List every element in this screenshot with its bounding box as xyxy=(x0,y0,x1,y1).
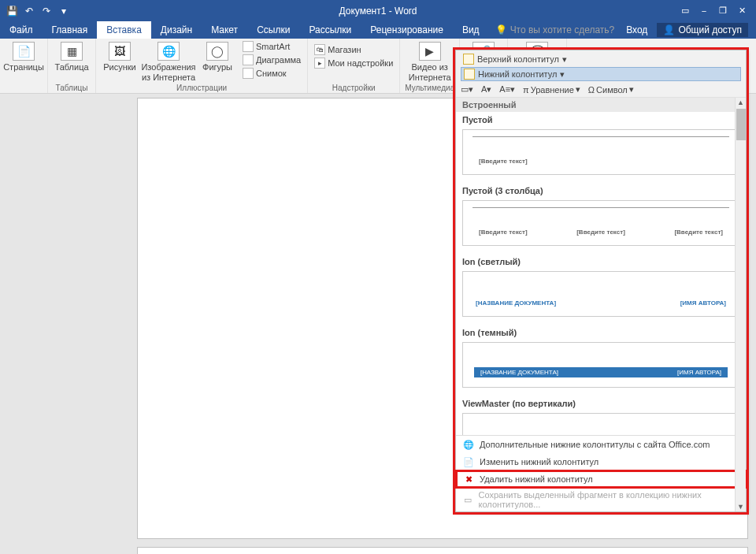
save-selection-icon: ▭ xyxy=(462,493,474,506)
textbox-button[interactable]: ▭▾ xyxy=(461,84,473,95)
online-pictures-button[interactable]: 🌐Изображения из Интернета xyxy=(143,40,194,82)
chart-button[interactable]: Диаграмма xyxy=(241,54,302,66)
dropcap-button[interactable]: A≡▾ xyxy=(499,84,515,95)
gallery-header-builtin: Встроенный xyxy=(456,98,746,112)
online-video-button[interactable]: ▶Видео из Интернета xyxy=(408,40,452,82)
my-addins-button[interactable]: ▸Мои надстройки xyxy=(313,57,395,69)
template-title: Пустой (3 столбца) xyxy=(462,186,739,195)
share-icon: 👤 xyxy=(663,24,675,35)
scroll-down-icon[interactable]: ▼ xyxy=(737,503,744,511)
minimize-icon[interactable]: − xyxy=(698,5,710,17)
remove-footer-button[interactable]: ✖ Удалить нижний колонтитул xyxy=(456,470,746,488)
document-page-next[interactable] xyxy=(137,547,748,554)
tab-file[interactable]: Файл xyxy=(0,21,43,39)
ribbon-options-icon[interactable]: ▭ xyxy=(679,5,691,17)
footer-template-blank[interactable]: Пустой [Введите текст] xyxy=(462,115,739,175)
tab-design[interactable]: Дизайн xyxy=(151,21,202,39)
qat-more-icon[interactable]: ▾ xyxy=(57,4,71,18)
restore-icon[interactable]: ❐ xyxy=(717,5,729,17)
tab-layout[interactable]: Макет xyxy=(202,21,247,39)
ribbon-tabs: Файл Главная Вставка Дизайн Макет Ссылки… xyxy=(0,21,756,39)
tab-home[interactable]: Главная xyxy=(43,21,98,39)
equation-button[interactable]: π Уравнение ▾ xyxy=(523,84,580,95)
group-label-illustrations: Иллюстрации xyxy=(176,83,227,93)
footer-dropdown[interactable]: Нижний колонтитул ▾ xyxy=(461,67,741,81)
lightbulb-icon: 💡 xyxy=(495,24,507,35)
gallery-body: Пустой [Введите текст] Пустой (3 столбца… xyxy=(456,112,746,435)
tab-review[interactable]: Рецензирование xyxy=(361,21,453,39)
tell-me-placeholder: Что вы хотите сделать? xyxy=(510,24,615,35)
pages-button[interactable]: 📄Страницы xyxy=(5,40,43,73)
quick-access-toolbar: 💾 ↶ ↷ ▾ xyxy=(0,4,71,18)
header-icon xyxy=(463,54,474,65)
scroll-thumb[interactable] xyxy=(736,109,746,140)
scroll-up-icon[interactable]: ▲ xyxy=(737,99,744,106)
office-icon: 🌐 xyxy=(462,438,475,451)
tab-references[interactable]: Ссылки xyxy=(247,21,299,39)
share-button[interactable]: 👤 Общий доступ xyxy=(657,23,748,37)
pictures-button[interactable]: 🖼Рисунки xyxy=(101,40,139,73)
save-selection-button: ▭ Сохранить выделенный фрагмент в коллек… xyxy=(456,488,746,511)
tab-view[interactable]: Вид xyxy=(453,21,489,39)
table-button[interactable]: ▦Таблица xyxy=(53,40,91,73)
share-label: Общий доступ xyxy=(678,24,742,35)
footer-gallery-panel: Верхний колонтитул ▾ Нижний колонтитул ▾… xyxy=(455,50,747,512)
screenshot-button[interactable]: Снимок xyxy=(241,67,302,80)
footer-icon xyxy=(464,69,475,80)
template-title: ViewMaster (по вертикали) xyxy=(462,399,739,408)
tab-mailings[interactable]: Рассылки xyxy=(299,21,361,39)
wordart-button[interactable]: A▾ xyxy=(481,84,491,95)
tab-insert[interactable]: Вставка xyxy=(97,21,151,39)
window-title: Документ1 - Word xyxy=(339,6,417,17)
template-title: Ion (светлый) xyxy=(462,257,739,266)
smartart-button[interactable]: SmartArt xyxy=(241,40,302,53)
footer-template-viewmaster[interactable]: ViewMaster (по вертикали) xyxy=(462,399,739,435)
template-title: Пустой xyxy=(462,115,739,125)
shapes-button[interactable]: ◯Фигуры xyxy=(198,40,236,73)
tell-me-search[interactable]: 💡 Что вы хотите сделать? xyxy=(489,21,621,39)
store-button[interactable]: 🛍Магазин xyxy=(313,43,395,56)
template-title: Ion (темный) xyxy=(462,328,739,337)
edit-icon: 📄 xyxy=(462,455,475,468)
remove-icon: ✖ xyxy=(462,473,475,485)
group-label-tables: Таблицы xyxy=(56,83,88,93)
group-label-media: Мультимедиа xyxy=(405,83,454,93)
edit-footer-button[interactable]: 📄 Изменить нижний колонтитул xyxy=(456,453,746,470)
group-label-addins: Надстройки xyxy=(332,83,376,93)
footer-template-ion-dark[interactable]: Ion (темный) [НАЗВАНИЕ ДОКУМЕНТА][ИМЯ АВ… xyxy=(462,328,739,388)
footer-template-ion-light[interactable]: Ion (светлый) [НАЗВАНИЕ ДОКУМЕНТА][ИМЯ А… xyxy=(462,257,739,317)
window-controls: ▭ − ❐ ✕ xyxy=(679,5,756,17)
redo-icon[interactable]: ↷ xyxy=(39,4,54,18)
more-from-office-button[interactable]: 🌐 Дополнительные нижние колонтитулы с са… xyxy=(456,436,746,453)
login-link[interactable]: Вход xyxy=(626,24,647,35)
close-icon[interactable]: ✕ xyxy=(736,5,748,17)
save-icon[interactable]: 💾 xyxy=(5,4,19,18)
symbol-button[interactable]: Ω Символ ▾ xyxy=(588,84,634,95)
header-dropdown[interactable]: Верхний колонтитул ▾ xyxy=(461,53,741,65)
footer-template-blank-3col[interactable]: Пустой (3 столбца) [Введите текст][Введи… xyxy=(462,186,739,246)
undo-icon[interactable]: ↶ xyxy=(22,4,36,18)
title-bar: 💾 ↶ ↷ ▾ Документ1 - Word ▭ − ❐ ✕ xyxy=(0,0,756,21)
gallery-scrollbar[interactable]: ▲ ▼ xyxy=(735,98,746,511)
